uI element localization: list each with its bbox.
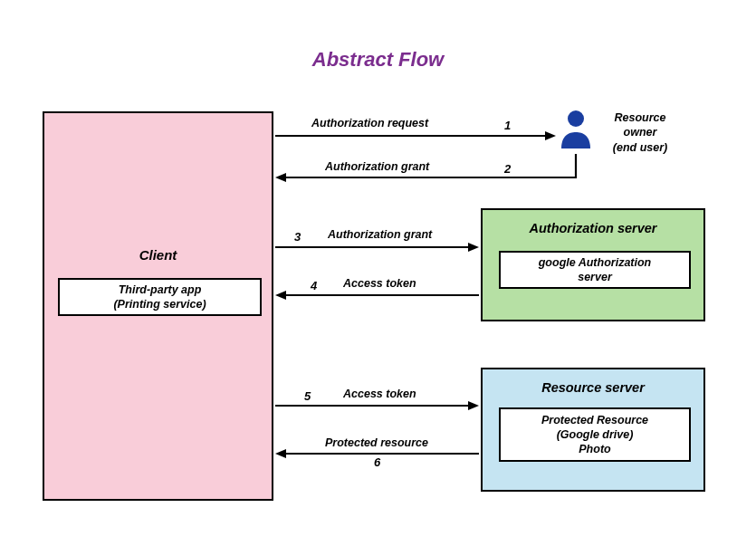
res-sub-line1: Protected Resource — [541, 413, 648, 427]
client-label: Client — [44, 247, 272, 263]
resource-owner-label: Resource owner (end user) — [599, 110, 681, 155]
resource-server-box: Resource server Protected Resource (Goog… — [481, 368, 705, 492]
authorization-server-subbox: google Authorization server — [499, 251, 691, 289]
client-sub-line1: Third-party app — [119, 283, 202, 297]
diagram-title: Abstract Flow — [0, 48, 756, 72]
user-icon — [558, 109, 594, 152]
res-sub-line3: Photo — [579, 442, 610, 456]
arrow1-label: Authorization request — [311, 117, 428, 129]
arrow2-label: Authorization grant — [325, 160, 429, 173]
svg-point-0 — [568, 110, 584, 127]
authorization-server-label: Authorization server — [483, 221, 703, 235]
client-box: Client Third-party app (Printing service… — [43, 111, 273, 501]
auth-sub-line1: google Authorization — [539, 255, 652, 270]
authorization-server-box: Authorization server google Authorizatio… — [481, 208, 705, 321]
resource-owner-line2: owner — [624, 126, 657, 139]
res-sub-line2: (Google drive) — [557, 427, 634, 442]
auth-sub-line2: server — [578, 270, 612, 284]
client-subbox: Third-party app (Printing service) — [58, 278, 262, 316]
resource-server-label: Resource server — [483, 380, 703, 395]
arrow5-label: Access token — [343, 388, 416, 400]
resource-server-subbox: Protected Resource (Google drive) Photo — [499, 407, 691, 462]
resource-owner-line3: (end user) — [613, 141, 667, 154]
arrow2-num: 2 — [504, 162, 511, 176]
client-sub-line2: (Printing service) — [113, 297, 206, 311]
arrow4-label: Access token — [343, 277, 416, 290]
arrow1-num: 1 — [504, 119, 511, 132]
arrow3-label: Authorization grant — [328, 228, 432, 241]
arrow5-num: 5 — [304, 389, 311, 403]
arrow3-num: 3 — [294, 230, 301, 244]
arrow4-num: 4 — [311, 279, 317, 292]
arrow6-label: Protected resource — [325, 436, 428, 449]
resource-owner-line1: Resource — [615, 111, 666, 124]
arrow6-num: 6 — [374, 455, 380, 469]
